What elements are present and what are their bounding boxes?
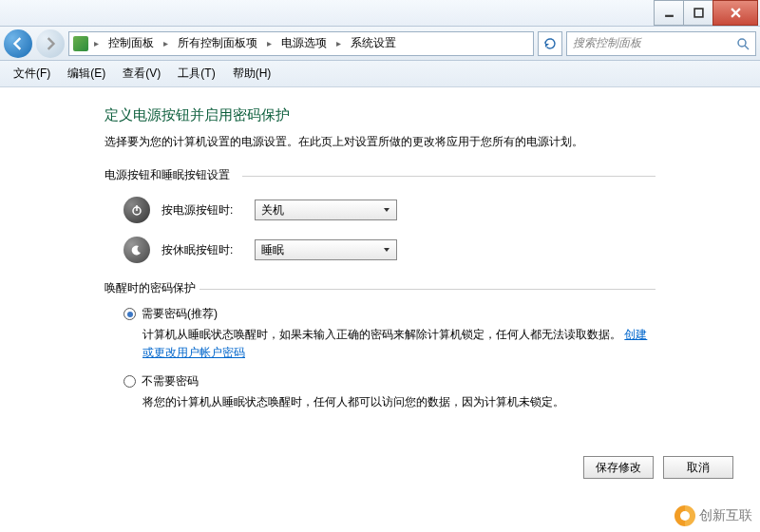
radio-require-password-desc: 计算机从睡眠状态唤醒时，如果未输入正确的密码来解除计算机锁定，任何人都无法读取数… xyxy=(142,326,656,362)
chevron-right-icon: ▸ xyxy=(265,38,274,48)
breadcrumb-item[interactable]: 电源选项 xyxy=(277,33,331,53)
address-bar[interactable]: ▸ 控制面板 ▸ 所有控制面板项 ▸ 电源选项 ▸ 系统设置 xyxy=(68,31,534,56)
group-password-label: 唤醒时的密码保护 xyxy=(104,280,656,296)
radio-label: 不需要密码 xyxy=(142,373,199,390)
refresh-icon xyxy=(543,37,557,50)
svg-line-3 xyxy=(745,46,749,49)
power-icon xyxy=(124,197,150,223)
menu-file[interactable]: 文件(F) xyxy=(6,62,58,86)
minimize-button[interactable] xyxy=(654,0,684,26)
menu-tools[interactable]: 工具(T) xyxy=(170,62,222,86)
breadcrumb-item[interactable]: 所有控制面板项 xyxy=(174,33,261,53)
search-icon xyxy=(736,37,750,50)
search-placeholder: 搜索控制面板 xyxy=(573,35,736,51)
sleep-icon xyxy=(124,237,150,263)
svg-point-2 xyxy=(738,39,746,47)
chevron-right-icon: ▸ xyxy=(162,38,170,48)
radio-icon xyxy=(124,308,136,320)
watermark-logo-icon xyxy=(674,505,695,526)
refresh-button[interactable] xyxy=(538,31,562,56)
svg-rect-1 xyxy=(694,9,703,17)
chevron-right-icon: ▸ xyxy=(92,38,101,48)
menu-help[interactable]: 帮助(H) xyxy=(225,62,279,86)
menu-edit[interactable]: 编辑(E) xyxy=(60,62,113,86)
power-button-row: 按电源按钮时: 关机 xyxy=(124,197,656,223)
watermark-text: 创新互联 xyxy=(699,507,752,524)
arrow-left-icon xyxy=(11,37,25,50)
chevron-down-icon xyxy=(383,206,390,214)
radio-no-password-desc: 将您的计算机从睡眠状态唤醒时，任何人都可以访问您的数据，因为计算机未锁定。 xyxy=(142,393,656,411)
radio-label: 需要密码(推荐) xyxy=(142,306,218,322)
forward-button[interactable] xyxy=(36,29,65,58)
sleep-button-row: 按休眠按钮时: 睡眠 xyxy=(124,237,656,263)
page-title: 定义电源按钮并启用密码保护 xyxy=(104,106,656,124)
sleep-button-dropdown[interactable]: 睡眠 xyxy=(255,239,397,260)
power-button-dropdown[interactable]: 关机 xyxy=(255,200,397,220)
menu-view[interactable]: 查看(V) xyxy=(115,62,168,86)
sleep-button-label: 按休眠按钮时: xyxy=(162,242,243,258)
dropdown-value: 睡眠 xyxy=(261,242,284,258)
footer-buttons: 保存修改 取消 xyxy=(583,456,733,479)
minimize-icon xyxy=(664,8,674,18)
group-button-settings-label: 电源按钮和睡眠按钮设置 xyxy=(104,167,656,183)
radio-require-password[interactable]: 需要密码(推荐) xyxy=(124,306,656,322)
menu-bar: 文件(F) 编辑(E) 查看(V) 工具(T) 帮助(H) xyxy=(0,61,760,87)
page-description: 选择要为您的计算机设置的电源设置。在此页上对设置所做的更改将应用于您所有的电源计… xyxy=(104,134,656,150)
save-button[interactable]: 保存修改 xyxy=(583,456,654,479)
chevron-right-icon: ▸ xyxy=(334,38,343,48)
chevron-down-icon xyxy=(383,246,390,254)
maximize-icon xyxy=(694,8,704,18)
watermark: 创新互联 xyxy=(674,505,752,526)
radio-icon xyxy=(124,375,136,388)
power-button-label: 按电源按钮时: xyxy=(162,202,243,218)
radio-no-password[interactable]: 不需要密码 xyxy=(124,373,656,390)
control-panel-icon xyxy=(73,36,88,51)
maximize-button[interactable] xyxy=(683,0,713,26)
search-input[interactable]: 搜索控制面板 xyxy=(566,31,756,56)
close-button[interactable] xyxy=(712,0,758,26)
window-titlebar xyxy=(0,0,760,27)
navigation-bar: ▸ 控制面板 ▸ 所有控制面板项 ▸ 电源选项 ▸ 系统设置 搜索控制面板 xyxy=(0,27,760,61)
cancel-button[interactable]: 取消 xyxy=(663,456,733,479)
close-icon xyxy=(731,8,741,18)
content-area: 定义电源按钮并启用密码保护 选择要为您的计算机设置的电源设置。在此页上对设置所做… xyxy=(0,87,760,443)
breadcrumb-item[interactable]: 控制面板 xyxy=(104,33,158,53)
dropdown-value: 关机 xyxy=(261,202,284,218)
breadcrumb-item[interactable]: 系统设置 xyxy=(347,33,400,53)
back-button[interactable] xyxy=(4,29,32,58)
arrow-right-icon xyxy=(44,37,57,50)
